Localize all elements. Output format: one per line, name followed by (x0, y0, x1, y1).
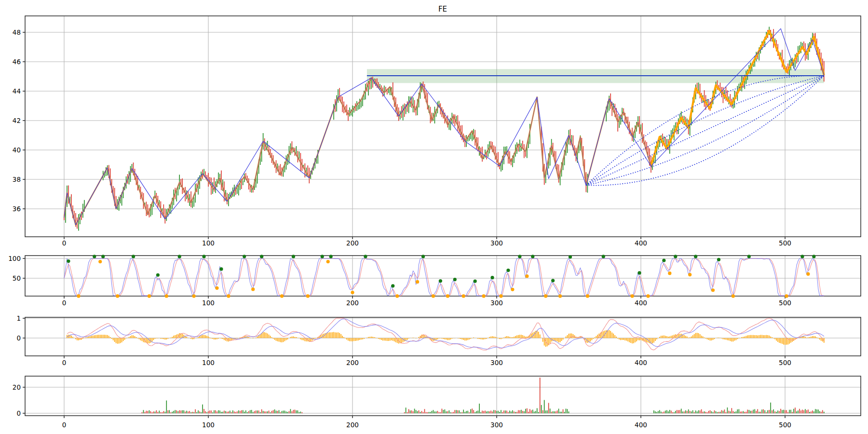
candles-down (64, 29, 824, 229)
volume-panel-xtick-label: 500 (779, 421, 791, 429)
macd-panel-ytick-label: 1 (16, 314, 21, 322)
stoch-d-line (64, 258, 824, 296)
price-panel-ytick-label: 38 (13, 176, 21, 183)
macd-panel-xtick-label: 0 (62, 359, 67, 366)
stock-chart-canvas: 0100200300400500363840424446480100200300… (0, 0, 868, 434)
price-panel-xtick-label: 0 (62, 239, 67, 247)
price-panel-grid (25, 16, 861, 237)
price-panel-xtick-label: 100 (202, 239, 215, 247)
zigzag-overlay (64, 78, 651, 225)
candles-up (66, 27, 813, 231)
volume-panel-xtick-label: 400 (635, 421, 647, 429)
macd-histogram (67, 330, 824, 347)
volume-panel-xtick-label: 200 (346, 421, 359, 429)
volume-panel-xtick-label: 0 (62, 421, 67, 429)
macd-panel-xtick-label: 200 (346, 359, 359, 366)
stoch-panel-xtick-label: 300 (490, 299, 503, 307)
price-panel-xtick-label: 200 (346, 239, 359, 247)
volume-panel-ytick-label: 20 (13, 383, 21, 391)
macd-panel-xtick-label: 300 (490, 359, 503, 366)
macd-panel-grid (25, 317, 861, 356)
chart-panels: 0100200300400500363840424446480100200300… (8, 16, 861, 429)
volume-panel-ytick-label: 0 (16, 409, 21, 417)
price-panel-ytick-label: 46 (13, 58, 21, 66)
price-panel-xtick-label: 300 (490, 239, 503, 247)
price-panel-ytick-label: 48 (13, 28, 21, 36)
chart-figure: 0100200300400500363840424446480100200300… (0, 0, 868, 434)
volume-panel-xtick-label: 100 (202, 421, 215, 429)
price-panel-xtick-label: 400 (635, 239, 647, 247)
macd-panel-xtick-label: 400 (635, 359, 647, 366)
stoch-panel-xtick-label: 100 (202, 299, 215, 307)
volume-panel-xtick-label: 300 (490, 421, 503, 429)
macd-panel-xtick-label: 100 (202, 359, 215, 366)
macd-panel-xtick-label: 500 (779, 359, 791, 366)
macd-panel-ytick-label: 0 (16, 334, 21, 342)
price-panel-ytick-label: 36 (13, 205, 21, 213)
volume-panel-grid (25, 376, 861, 416)
stoch-panel-xtick-label: 0 (62, 299, 67, 307)
macd-line (67, 318, 824, 350)
price-panel-xtick-label: 500 (779, 239, 791, 247)
zigzag-blue (64, 28, 824, 225)
chart-title: FE (438, 5, 447, 14)
volume-bars-down (142, 378, 822, 413)
stoch-panel-xtick-label: 500 (779, 299, 791, 307)
price-panel-ytick-label: 44 (13, 87, 21, 95)
volume-panel-axes: 0100200300400500020 (13, 376, 861, 429)
stoch-panel-xtick-label: 200 (346, 299, 359, 307)
zigzag-orange (64, 31, 824, 225)
stoch-panel-ytick-label: 50 (13, 274, 21, 282)
price-panel-ytick-label: 42 (13, 117, 21, 124)
stoch-extrema-dots (67, 255, 815, 298)
stoch-panel-xtick-label: 400 (635, 299, 647, 307)
fan-lines (586, 76, 824, 186)
price-panel-ytick-label: 40 (13, 146, 21, 154)
stoch-panel-axes: 010020030040050050100 (8, 255, 861, 307)
stoch-panel-ytick-label: 100 (8, 255, 21, 262)
